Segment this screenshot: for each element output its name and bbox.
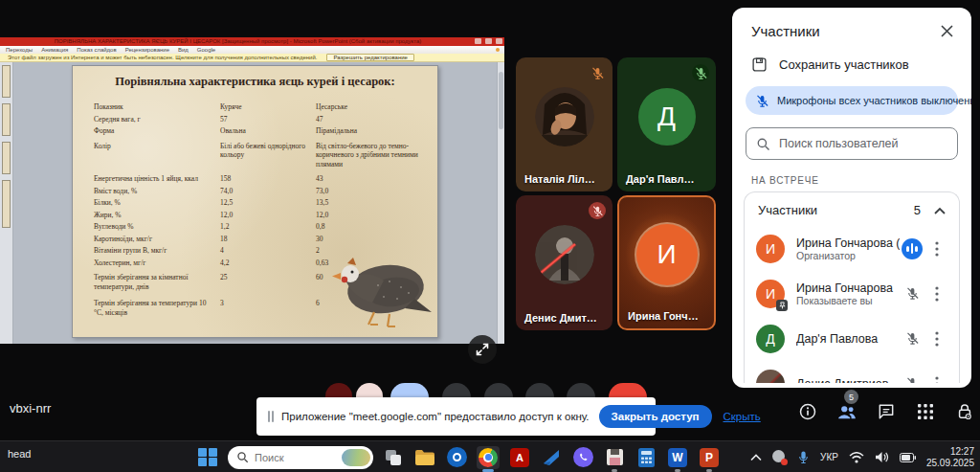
menu-item[interactable]: Показ слайдов: [77, 47, 116, 53]
tray-time: 12:27: [926, 446, 974, 458]
participant-count: 5: [914, 203, 921, 217]
video-tile-iryna-active[interactable]: И Ирина Гонч…: [617, 195, 716, 330]
close-icon[interactable]: [940, 24, 954, 38]
save-participants-button[interactable]: Сохранить участников: [732, 45, 971, 77]
powerpoint-menubar: Переходы Анимация Показ слайдов Рецензир…: [0, 46, 504, 54]
avatar-initial: И: [756, 280, 785, 308]
powerpoint-icon: P: [700, 448, 719, 467]
slide-thumbnail[interactable]: [2, 103, 11, 136]
menu-item[interactable]: Google: [197, 47, 215, 53]
tile-name: Наталія Ліл…: [524, 173, 595, 185]
video-tile-natalia[interactable]: Наталія Ліл…: [516, 57, 612, 191]
video-tile-darya[interactable]: Д Дар'я Павл…: [617, 57, 716, 191]
hide-link[interactable]: Скрыть: [724, 411, 761, 422]
host-controls-button[interactable]: [953, 400, 976, 423]
mic-muted-icon: [692, 64, 709, 81]
menu-item[interactable]: Вид: [178, 47, 189, 53]
tray-alert-icon[interactable]: [772, 450, 787, 464]
menu-item[interactable]: Анимация: [41, 47, 68, 53]
floppy-app-icon: [606, 448, 624, 466]
close-icon[interactable]: [496, 38, 502, 44]
activities-button[interactable]: [914, 400, 937, 423]
language-indicator[interactable]: УКР: [820, 452, 838, 462]
participant-row[interactable]: Денис Дмитриев: [745, 361, 959, 383]
menu-item[interactable]: Переходы: [6, 47, 33, 53]
participant-row[interactable]: И Ирина Гончарова (вы) Организатор: [745, 226, 959, 271]
more-options-button[interactable]: [924, 376, 949, 384]
fullscreen-icon: [475, 342, 490, 357]
search-highlight-image[interactable]: [342, 449, 370, 466]
mic-muted-icon: [900, 376, 924, 383]
participant-search-input[interactable]: [779, 137, 947, 150]
ribbon-accent-dot: [496, 48, 500, 52]
task-view-button[interactable]: [382, 446, 405, 469]
expand-share-button[interactable]: [468, 335, 497, 364]
slide-thumbnail[interactable]: [2, 142, 11, 174]
powerpoint-button[interactable]: P: [698, 446, 721, 469]
people-panel-button[interactable]: 5: [835, 400, 858, 423]
tray-date: 25.09.2025: [926, 458, 974, 469]
drag-handle-icon[interactable]: [268, 411, 274, 422]
table-row: Вміст води, %74,073,0: [94, 187, 429, 196]
stop-sharing-button[interactable]: Закрыть доступ: [599, 405, 712, 428]
window-scrollbar[interactable]: [497, 62, 504, 344]
chat-icon: [877, 402, 896, 421]
participant-subtitle: Показываете вы: [796, 295, 900, 306]
chat-panel-button[interactable]: [875, 400, 898, 423]
pin-icon: [776, 300, 788, 311]
audio-activity-icon: [902, 238, 923, 259]
snip-app-icon: [542, 448, 561, 467]
word-button[interactable]: W: [666, 446, 689, 469]
menu-item[interactable]: Рецензирование: [125, 47, 169, 53]
acrobat-button[interactable]: A: [508, 446, 531, 469]
chrome-icon: [479, 448, 498, 467]
meeting-info-button[interactable]: [796, 400, 819, 423]
file-explorer-button[interactable]: [413, 446, 436, 469]
chevron-up-icon[interactable]: [934, 207, 946, 214]
slide-title: Порівняльна характеристика яєць курей і …: [73, 75, 437, 89]
participants-panel: Участники Сохранить участников Микрофоны…: [732, 8, 971, 388]
avatar-initial: Д: [756, 325, 785, 353]
slide-thumbnail[interactable]: [2, 65, 11, 98]
three-dots-icon: [935, 376, 939, 384]
participants-group-header[interactable]: Участники 5: [745, 192, 959, 226]
maximize-icon[interactable]: [485, 38, 492, 44]
tray-mic-icon[interactable]: [797, 450, 810, 464]
screen: ПОРІВНЯЛЬНА ХАРАКТЕРИСТИКА ЯЄЦЬ КУРЕЙ І …: [0, 0, 980, 472]
enable-editing-button[interactable]: Разрешить редактирование: [326, 54, 414, 61]
minimize-icon[interactable]: [475, 38, 481, 44]
slide-thumbnails-panel[interactable]: [0, 62, 13, 344]
participant-row[interactable]: И Ирина Гончарова Показываете вы: [745, 271, 959, 316]
protected-view-text: Этот файл загружен из Интернета и может …: [8, 55, 317, 60]
tray-chevron-up-icon[interactable]: [750, 454, 762, 461]
tile-name: Ирина Гонч…: [628, 310, 699, 322]
taskbar-search-input[interactable]: [255, 452, 336, 463]
blue-circle-app-button[interactable]: [445, 446, 468, 469]
mute-all-status[interactable]: Микрофоны всех участников выключены: [746, 86, 958, 115]
more-options-button[interactable]: [924, 331, 949, 347]
powerpoint-titlebar[interactable]: ПОРІВНЯЛЬНА ХАРАКТЕРИСТИКА ЯЄЦЬ КУРЕЙ І …: [0, 37, 504, 46]
floppy-app-button[interactable]: [603, 446, 626, 469]
battery-icon[interactable]: [900, 453, 916, 462]
mic-muted-icon: [589, 64, 606, 81]
speaker-icon[interactable]: [875, 451, 889, 463]
taskbar-clock[interactable]: 12:27 25.09.2025: [926, 446, 974, 469]
table-row: Енергетична цінність 1 яйця, ккал15843: [94, 174, 429, 184]
snip-app-button[interactable]: [540, 446, 563, 469]
participant-search[interactable]: [746, 127, 958, 160]
more-options-button[interactable]: [924, 286, 949, 302]
chrome-button[interactable]: [477, 446, 500, 469]
more-options-button[interactable]: [924, 241, 949, 257]
slide-thumbnail[interactable]: [2, 180, 11, 228]
calculator-button[interactable]: [635, 446, 657, 469]
start-button[interactable]: [196, 446, 219, 469]
table-row: Середня вага, г5747: [94, 115, 429, 124]
video-tile-denys[interactable]: Денис Дмит…: [516, 195, 612, 330]
taskbar-search[interactable]: [228, 446, 373, 469]
viber-button[interactable]: [571, 446, 594, 469]
participant-row[interactable]: Д Дар'я Павлова: [745, 316, 959, 361]
word-icon: W: [668, 448, 687, 467]
powerpoint-canvas: Порівняльна характеристика яєць курей і …: [0, 62, 504, 344]
calculator-icon: [638, 448, 655, 467]
wifi-icon[interactable]: [849, 452, 864, 463]
